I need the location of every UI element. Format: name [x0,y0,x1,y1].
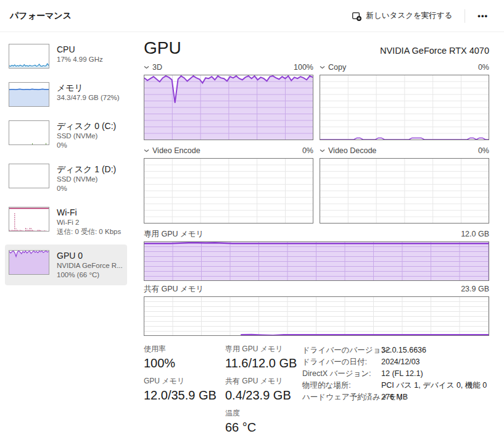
engine-chart-row-1: 3D100%Copy0% [144,62,489,140]
sidebar-item-title: ディスク 1 (D:) [57,164,116,175]
chart-label: 3D [152,63,162,72]
detail-row: DirectX バージョン:12 (FL 12.1) [302,368,489,380]
sidebar-item-title: ディスク 0 (C:) [57,120,116,132]
stat-専用 GPU メモリ: 専用 GPU メモリ11.6/12.0 GB [225,344,302,370]
chart-header-dedicated-memory: 専用 GPU メモリ12.0 GB [144,228,489,240]
sidebar-item-subtext: 100% (66 °C) [57,270,123,280]
chart-canvas-copy [320,75,489,140]
stat-GPU メモリ: GPU メモリ12.0/35.9 GB [144,376,225,403]
more-options-icon[interactable]: ••• [471,9,494,23]
sidebar-item-gpu0[interactable]: GPU 0NVIDIA GeForce R...100% (66 °C) [5,245,127,285]
gpu-stats: 使用率100%GPU メモリ12.0/35.9 GB 専用 GPU メモリ11.… [144,344,489,439]
detail-row: ドライバーのバージョン:32.0.15.6636 [302,345,489,356]
stat-value: 66 °C [225,420,302,435]
chart-header-3d: 3D100% [144,62,313,73]
sidebar-item-subtext: 0% [57,141,116,150]
chevron-down-icon[interactable] [320,149,325,153]
stat-共有 GPU メモリ: 共有 GPU メモリ0.4/23.9 GB [225,376,302,403]
chart-video-decode: Video Decode0% [320,145,489,224]
chevron-down-icon[interactable] [144,65,149,69]
sidebar-item-disk1[interactable]: ディスク 1 (D:)SSD (NVMe)0% [5,158,127,199]
mini-chart-disk1 [9,164,49,188]
detail-value: PCI バス 1, デバイス 0, 機能 0 [381,380,487,391]
run-new-task-label: 新しいタスクを実行する [366,10,453,21]
chart-header-video-decode: Video Decode0% [320,145,489,156]
stat-label: 専用 GPU メモリ [225,344,302,354]
sidebar-item-title: メモリ [57,82,120,93]
top-bar: パフォーマンス 新しいタスクを実行する ••• [0,0,504,32]
stat-label: 温度 [225,408,302,419]
stat-label: GPU メモリ [144,376,225,387]
sidebar-item-subtext: NVIDIA GeForce R... [57,261,123,270]
sidebar-item-cpu[interactable]: CPU17% 4.99 GHz [5,38,127,74]
chevron-down-icon[interactable] [144,149,149,153]
chart-canvas-dedicated-memory [144,241,489,281]
gpu-device-name: NVIDIA GeForce RTX 4070 [380,46,489,58]
chart-label: 共有 GPU メモリ [144,284,204,295]
sidebar-item-title: GPU 0 [57,250,123,261]
sidebar-item-memory[interactable]: メモリ34.3/47.9 GB (72%) [5,77,127,112]
detail-row: ハードウェア予約済みメモリ:276 MB [302,391,489,403]
chart-canvas-3d [144,75,313,140]
driver-details: ドライバーのバージョン:32.0.15.6636ドライバーの日付:2024/12… [302,344,489,439]
chart-dedicated-memory: 専用 GPU メモリ12.0 GB [144,228,489,281]
chart-header-shared-memory: 共有 GPU メモリ23.9 GB [144,283,489,295]
sidebar-item-subtext: 34.3/47.9 GB (72%) [57,93,120,102]
detail-label: DirectX バージョン: [302,368,381,380]
detail-label: ハードウェア予約済みメモリ: [302,391,381,403]
chart-value: 23.9 GB [461,285,489,293]
stat-value: 0.4/23.9 GB [225,388,302,403]
chart-shared-memory: 共有 GPU メモリ23.9 GB [144,283,489,336]
chart-value: 100% [294,63,313,72]
chart-value: 12.0 GB [461,230,489,238]
detail-label: ドライバーのバージョン: [302,345,381,356]
sidebar-item-title: Wi-Fi [57,207,121,218]
run-new-task-button[interactable]: 新しいタスクを実行する [345,7,459,25]
chart-3d: 3D100% [144,62,313,140]
mini-chart-wifi [9,207,49,232]
chart-canvas-shared-memory [144,296,489,336]
chart-header-copy: Copy0% [320,62,489,73]
sidebar-item-subtext: 0% [57,184,116,193]
chart-value: 0% [478,63,489,72]
memory-charts: 専用 GPU メモリ12.0 GB共有 GPU メモリ23.9 GB [144,228,489,336]
detail-value: 2024/12/03 [381,356,420,368]
sidebar-item-subtext: SSD (NVMe) [57,175,116,184]
chart-video-encode: Video Encode0% [144,145,313,224]
detail-label: ドライバーの日付: [302,356,381,368]
sidebar-item-wifi[interactable]: Wi-FiWi-Fi 2送信: 0 受信: 0 Kbps [5,201,127,242]
detail-row: ドライバーの日付:2024/12/03 [302,356,489,368]
chart-canvas-video-decode [320,158,489,224]
detail-value: 32.0.15.6636 [381,345,426,356]
chart-label: Video Decode [328,146,376,155]
run-new-task-icon [352,11,361,21]
chart-value: 0% [302,146,313,155]
detail-value: 276 MB [381,391,408,403]
stat-value: 11.6/12.0 GB [225,356,302,370]
chevron-down-icon[interactable] [320,65,325,69]
sidebar-item-subtext: 17% 4.99 GHz [57,55,103,64]
stat-使用率: 使用率100% [144,344,225,370]
chart-label: 専用 GPU メモリ [144,229,204,240]
sidebar-item-subtext: 送信: 0 受信: 0 Kbps [57,227,121,236]
chart-canvas-video-encode [144,158,313,224]
sidebar-item-subtext: Wi-Fi 2 [57,218,121,227]
gpu-panel: GPU NVIDIA GeForce RTX 4070 3D100%Copy0%… [144,32,489,439]
stat-温度: 温度66 °C [225,408,302,435]
gpu-title: GPU [144,38,181,58]
toolbar-divider [465,9,465,23]
stat-value: 100% [144,356,225,370]
stat-label: 共有 GPU メモリ [225,376,302,387]
mini-chart-gpu0 [9,250,49,275]
sidebar-item-disk0[interactable]: ディスク 0 (C:)SSD (NVMe)0% [5,115,127,156]
stat-label: 使用率 [144,344,225,354]
mini-chart-disk0 [9,120,49,145]
detail-label: 物理的な場所: [302,380,381,391]
sidebar-item-title: CPU [57,44,103,55]
chart-copy: Copy0% [320,62,489,140]
engine-chart-row-2: Video Encode0%Video Decode0% [144,145,489,224]
detail-value: 12 (FL 12.1) [381,368,423,380]
sidebar-item-subtext: SSD (NVMe) [57,132,116,141]
chart-header-video-encode: Video Encode0% [144,145,313,156]
chart-label: Video Encode [152,146,200,155]
